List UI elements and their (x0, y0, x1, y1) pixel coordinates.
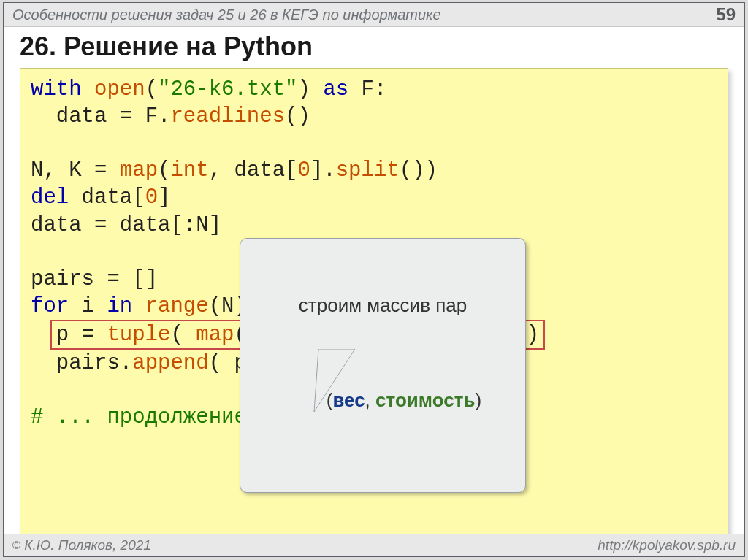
title-bar: Особенности решения задач 25 и 26 в КЕГЭ… (4, 3, 744, 27)
svg-marker-0 (314, 349, 355, 412)
fn-range: range (145, 294, 209, 318)
callout-line2: (вес, стоимость) (252, 365, 514, 437)
kw-for: for (31, 294, 69, 318)
fn-readlines: readlines (170, 104, 285, 129)
fn-tuple: tuple (107, 323, 170, 347)
fn-int: int (170, 158, 208, 183)
copyright-icon: © (12, 539, 20, 551)
kw-in: in (107, 294, 132, 318)
kw-as: as (323, 77, 348, 101)
code-block: with open("26-k6.txt") as F: data = F.re… (20, 68, 728, 551)
str-filename: "26-k6.txt" (158, 77, 297, 101)
fn-split: split (336, 158, 400, 183)
footer-bar: © К.Ю. Поляков, 2021 http://kpolyakov.sp… (4, 534, 744, 556)
callout-line1: строим массив пар (252, 294, 514, 318)
fn-open: open (94, 77, 145, 101)
footer-author: © К.Ю. Поляков, 2021 (12, 537, 151, 553)
page-number: 59 (716, 4, 736, 25)
lecture-title: Особенности решения задач 25 и 26 в КЕГЭ… (12, 7, 441, 23)
fn-map: map (120, 158, 158, 183)
kw-del: del (31, 185, 69, 210)
slide: Особенности решения задач 25 и 26 в КЕГЭ… (3, 2, 745, 557)
kw-with: with (31, 77, 82, 101)
footer-url: http://kpolyakov.spb.ru (598, 537, 736, 553)
callout-cost: стоимость (375, 389, 475, 411)
fn-append: append (132, 351, 208, 375)
callout-bubble: строим массив пар (вес, стоимость) (240, 238, 526, 493)
slide-heading: 26. Решение на Python (4, 27, 744, 68)
